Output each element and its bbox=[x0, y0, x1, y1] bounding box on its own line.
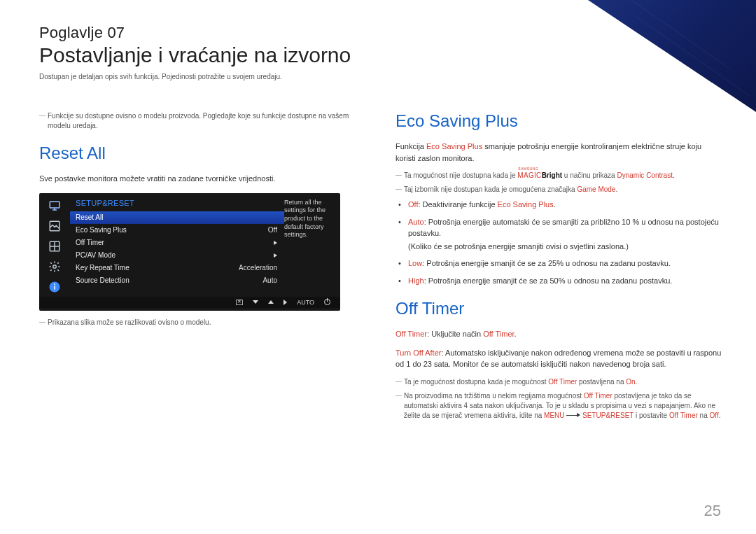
picture-icon bbox=[47, 219, 62, 233]
model-note: Funkcije su dostupne ovisno o modelu pro… bbox=[39, 111, 366, 131]
page-number: 25 bbox=[704, 502, 721, 520]
gear-icon bbox=[47, 260, 62, 274]
offtimer-note1: Ta je mogućnost dostupna kada je mogućno… bbox=[396, 377, 722, 387]
monitor-icon bbox=[47, 199, 62, 213]
offtimer-heading: Off Timer bbox=[396, 299, 722, 318]
eco-option-high: High: Potrošnja energije smanjit će se z… bbox=[398, 275, 722, 287]
reset-all-description: Sve postavke monitora možete vratiti na … bbox=[39, 173, 366, 185]
chevron-right-icon bbox=[274, 241, 277, 245]
eco-heading: Eco Saving Plus bbox=[396, 111, 722, 131]
osd-panel: SETUP&RESET Reset All Eco Saving Plus Of… bbox=[39, 193, 340, 311]
osd-up-icon[interactable] bbox=[268, 300, 274, 304]
osd-row-pcav[interactable]: PC/AV Mode bbox=[70, 249, 284, 262]
svg-rect-0 bbox=[50, 202, 59, 208]
osd-row-eco[interactable]: Eco Saving Plus Off bbox=[70, 224, 284, 237]
osd-row-offtimer[interactable]: Off Timer bbox=[70, 237, 284, 249]
adjust-icon bbox=[47, 239, 62, 253]
page-title: Postavljanje i vraćanje na izvorno bbox=[39, 43, 722, 67]
eco-option-low: Low: Potrošnja energije smanjit će se za… bbox=[398, 258, 722, 269]
chevron-right-icon bbox=[274, 253, 277, 258]
eco-option-auto: Auto: Potrošnja energije automatski će s… bbox=[398, 216, 722, 253]
svg-rect-5 bbox=[54, 286, 55, 289]
svg-rect-6 bbox=[54, 283, 55, 285]
right-column: Eco Saving Plus Funkcija Eco Saving Plus… bbox=[396, 111, 722, 425]
offtimer-note2: Na proizvodima na tržištima u nekim regi… bbox=[396, 391, 722, 421]
offtimer-line1: Off Timer: Uključite način Off Timer. bbox=[396, 328, 722, 340]
osd-help-text: Return all the settings for the product … bbox=[284, 193, 340, 294]
page-intro: Dostupan je detaljan opis svih funkcija.… bbox=[39, 73, 722, 80]
reset-all-heading: Reset All bbox=[39, 143, 366, 163]
osd-row-reset-all[interactable]: Reset All bbox=[70, 211, 284, 224]
offtimer-line2: Turn Off After: Automatsko isključivanje… bbox=[396, 347, 722, 370]
info-icon bbox=[47, 280, 62, 294]
osd-down-icon[interactable] bbox=[253, 300, 258, 304]
osd-section-title: SETUP&RESET bbox=[70, 193, 284, 211]
eco-note-2: Taj izbornik nije dostupan kada je omogu… bbox=[396, 185, 722, 195]
osd-row-keyrepeat[interactable]: Key Repeat Time Acceleration bbox=[70, 262, 284, 274]
arrow-right-icon bbox=[566, 413, 580, 418]
osd-right-icon[interactable] bbox=[284, 300, 287, 305]
svg-point-3 bbox=[53, 265, 57, 268]
osd-exit-icon[interactable] bbox=[236, 300, 243, 305]
osd-power-icon[interactable] bbox=[324, 299, 330, 305]
osd-auto-label[interactable]: AUTO bbox=[297, 299, 314, 306]
osd-row-source[interactable]: Source Detection Auto bbox=[70, 274, 284, 287]
eco-options-list: Off: Deaktiviranje funkcije Eco Saving P… bbox=[398, 199, 722, 286]
left-column: Funkcije su dostupne ovisno o modelu pro… bbox=[39, 111, 366, 425]
eco-option-off: Off: Deaktiviranje funkcije Eco Saving P… bbox=[398, 199, 722, 211]
eco-note-1: Ta mogućnost nije dostupna kada je SAMSU… bbox=[396, 171, 722, 181]
image-varies-note: Prikazana slika može se razlikovati ovis… bbox=[39, 318, 366, 328]
eco-description: Funkcija Eco Saving Plus smanjuje potroš… bbox=[396, 141, 722, 164]
osd-button-bar: AUTO bbox=[39, 297, 340, 308]
chapter-heading: Poglavlje 07 bbox=[39, 24, 722, 42]
